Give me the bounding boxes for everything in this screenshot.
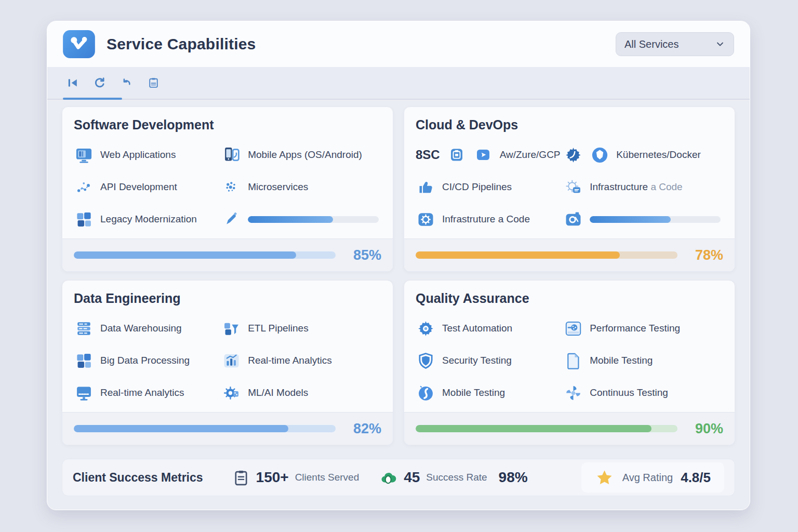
app-header: Service Capabilities All Services	[47, 21, 750, 67]
circle-swirl-icon	[416, 383, 435, 403]
clipboard-badge-icon[interactable]	[147, 76, 160, 89]
metric-label: Avg Rating	[622, 472, 673, 484]
performance-monitor-icon	[563, 318, 583, 338]
chevron-down-icon	[715, 39, 725, 49]
microservices-dots-icon	[221, 177, 241, 197]
progress-bar	[416, 425, 677, 432]
card-quality-assurance: Quality Assurance Test Automation Perfor…	[404, 280, 735, 445]
mobile-phones-icon	[221, 145, 241, 165]
content-area: Software Development Web Applications Mo…	[47, 100, 750, 510]
service-item-label: Mobile Apps (OS/Android)	[248, 149, 362, 161]
service-item: Infrastructure a Code	[563, 176, 723, 198]
server-stack-icon	[74, 318, 94, 338]
camera-tile-icon	[563, 209, 583, 229]
metric-label: Success Rate	[426, 472, 487, 483]
service-item-label: ETL Pipelines	[248, 323, 309, 334]
service-item: 8SC Aw/Zure/GCP	[416, 144, 563, 166]
etl-cubes-icon	[221, 318, 241, 338]
card-progress-footer: 85%	[62, 238, 393, 271]
services-filter-dropdown[interactable]: All Services	[616, 32, 734, 56]
card-title: Data Engineering	[74, 291, 381, 306]
service-item: Real-time Analytics	[221, 350, 381, 371]
monitor-dash-icon	[74, 383, 94, 403]
play-tile-icon	[473, 145, 493, 165]
service-item-label: Security Testing	[442, 355, 512, 366]
gear-tile-icon	[416, 209, 435, 229]
undo-icon[interactable]	[120, 76, 133, 89]
metric-avg-rating: Avg Rating 4.8/5	[581, 462, 724, 493]
mini-progress-bar	[248, 216, 379, 223]
service-item: Mobile Testing	[563, 350, 723, 371]
ml-gear-icon	[221, 383, 241, 403]
card-software-development: Software Development Web Applications Mo…	[62, 107, 393, 272]
service-item: Kübernetes/Docker	[563, 144, 723, 166]
progress-percentage: 82%	[344, 421, 381, 437]
card-title: Cloud & DevOps	[416, 117, 723, 132]
service-item-label: API Development	[100, 181, 177, 193]
progress-bar	[74, 251, 336, 259]
metric-clients-served: 150+ Clients Served	[232, 469, 365, 486]
page-title: Service Capabilities	[107, 35, 256, 53]
cloud-icon	[380, 469, 397, 486]
mini-progress-bar	[590, 216, 721, 223]
service-item-mini-progress	[563, 208, 723, 230]
service-item-label: Big Data Processing	[100, 355, 190, 366]
refresh-icon[interactable]	[93, 76, 106, 89]
progress-bar	[416, 251, 677, 259]
service-item-label: ML/AI Models	[248, 387, 308, 398]
service-item: Continuus Testing	[563, 382, 723, 404]
progress-bar-fill	[416, 251, 620, 259]
clipboard-outline-icon	[232, 469, 250, 486]
sketch-gear-icon	[563, 177, 583, 197]
metric-value: 4.8/5	[681, 470, 711, 486]
services-filter-value: All Services	[624, 38, 679, 50]
bird-circle-icon	[590, 145, 609, 165]
shield-icon	[416, 351, 435, 370]
service-item: Performance Testing	[563, 317, 723, 339]
metric-value: 45	[404, 469, 420, 486]
service-item: Microservices	[221, 176, 381, 198]
card-title: Quality Assurance	[416, 291, 723, 306]
progress-bar-fill	[416, 425, 651, 432]
service-item-mini-progress	[221, 208, 381, 230]
service-item: ETL Pipelines	[221, 317, 381, 339]
service-item: Data Warehousing	[74, 317, 221, 339]
star-icon	[595, 468, 615, 487]
service-item: Legacy Modernization	[74, 208, 221, 230]
service-item-label: Aw/Zure/GCP	[500, 149, 561, 161]
service-item: Mobile Apps (OS/Android)	[221, 144, 381, 166]
progress-bar-fill	[74, 425, 288, 432]
client-success-metrics-bar: Client Success Metrics 150+ Clients Serv…	[62, 459, 735, 496]
card-title: Software Development	[74, 117, 381, 132]
pencil-icon	[221, 209, 241, 229]
monitor-icon	[74, 145, 94, 165]
api-network-icon	[74, 177, 94, 197]
service-item-label: Kübernetes/Docker	[616, 149, 701, 161]
toolbar	[47, 67, 750, 100]
service-item: Real-time Analytics	[74, 382, 221, 404]
card-progress-footer: 78%	[404, 238, 735, 271]
service-item: Big Data Processing	[74, 350, 221, 371]
service-item: Mobile Testing	[416, 382, 563, 404]
service-item-label: Continuus Testing	[590, 387, 668, 398]
clipboard-tile-icon	[447, 145, 467, 165]
card-progress-footer: 82%	[62, 412, 393, 445]
metrics-title: Client Success Metrics	[73, 471, 203, 485]
metric-value: 150+	[256, 469, 289, 486]
active-tab-underline	[63, 98, 122, 100]
skip-back-icon[interactable]	[66, 76, 79, 89]
progress-bar-fill	[74, 251, 296, 259]
service-item: Security Testing	[416, 350, 563, 371]
service-item-label: Web Applications	[100, 149, 176, 161]
service-item-label: Real-time Analytics	[248, 355, 332, 366]
service-item-label: Mobile Testing	[442, 387, 505, 398]
document-icon	[563, 351, 583, 370]
service-item-label: Microservices	[248, 181, 308, 193]
capability-cards-grid: Software Development Web Applications Mo…	[62, 107, 735, 445]
service-item-label: Test Automation	[442, 323, 512, 334]
service-item-label: Mobile Testing	[590, 355, 653, 366]
gear-swoosh-icon	[563, 145, 583, 165]
metric-label: Clients Served	[295, 472, 360, 483]
service-item: Test Automation	[416, 317, 563, 339]
service-item: CI/CD Pipelines	[416, 176, 563, 198]
